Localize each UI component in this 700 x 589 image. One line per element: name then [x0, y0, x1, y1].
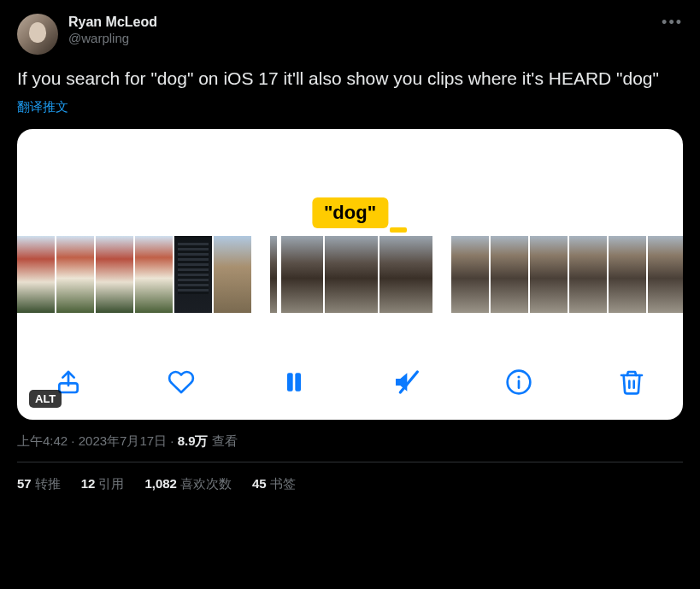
view-label: 查看 — [209, 433, 238, 448]
stat-quotes[interactable]: 12引用 — [81, 476, 125, 492]
svg-rect-2 — [295, 374, 301, 392]
clip-thumbnail — [135, 236, 173, 313]
translate-link[interactable]: 翻译推文 — [17, 99, 68, 115]
tweet-header: Ryan McLeod @warpling ••• — [17, 14, 683, 55]
clip-thumbnail — [451, 236, 489, 313]
clip-thumbnail — [609, 236, 646, 313]
speaker-muted-icon[interactable] — [389, 365, 423, 399]
clip-thumbnail — [530, 236, 568, 313]
alt-badge[interactable]: ALT — [29, 390, 62, 408]
tweet-time[interactable]: 上午4:42 — [17, 433, 68, 448]
timeline-marker — [390, 227, 407, 233]
tweet-metadata: 上午4:42 · 2023年7月17日 · 8.9万 查看 — [17, 433, 683, 450]
heart-icon[interactable] — [164, 365, 198, 399]
clip-thumbnail — [56, 236, 94, 313]
more-options-icon[interactable]: ••• — [662, 14, 683, 32]
clip-group-1 — [17, 236, 251, 313]
clip-thumbnail — [17, 236, 55, 313]
info-icon[interactable] — [502, 365, 536, 399]
clip-group-2 — [270, 236, 432, 313]
svg-rect-1 — [287, 374, 293, 392]
clip-group-3 — [451, 236, 683, 313]
author-display-name: Ryan McLeod — [68, 14, 157, 31]
avatar[interactable] — [17, 14, 58, 55]
tweet-stats: 57转推 12引用 1,082喜欢次数 45书签 — [17, 462, 683, 492]
clip-thumbnail — [569, 236, 607, 313]
tweet-text: If you search for "dog" on iOS 17 it'll … — [17, 67, 683, 91]
search-tag: "dog" — [312, 197, 388, 228]
view-count: 8.9万 — [178, 433, 209, 448]
media-card[interactable]: "dog" — [17, 129, 683, 420]
clip-thumbnail — [174, 236, 212, 313]
author-handle: @warpling — [68, 31, 157, 47]
author-names[interactable]: Ryan McLeod @warpling — [68, 14, 157, 47]
trash-icon[interactable] — [615, 365, 649, 399]
clip-thumbnail — [379, 236, 432, 313]
stat-likes[interactable]: 1,082喜欢次数 — [144, 476, 232, 492]
tweet-date[interactable]: 2023年7月17日 — [79, 433, 167, 448]
clip-thumbnail — [491, 236, 528, 313]
clip-thumbnail — [96, 236, 133, 313]
media-toolbar — [17, 365, 683, 399]
stat-retweets[interactable]: 57转推 — [17, 476, 61, 492]
stat-bookmarks[interactable]: 45书签 — [252, 476, 296, 492]
clip-thumbnail — [648, 236, 683, 313]
clip-thumbnail — [325, 236, 378, 313]
tweet-container: Ryan McLeod @warpling ••• If you search … — [0, 0, 700, 492]
clip-thumbnail — [214, 236, 251, 313]
pause-icon[interactable] — [277, 365, 311, 399]
playhead[interactable] — [277, 231, 281, 318]
svg-point-6 — [518, 376, 521, 379]
video-timeline[interactable] — [17, 236, 683, 313]
